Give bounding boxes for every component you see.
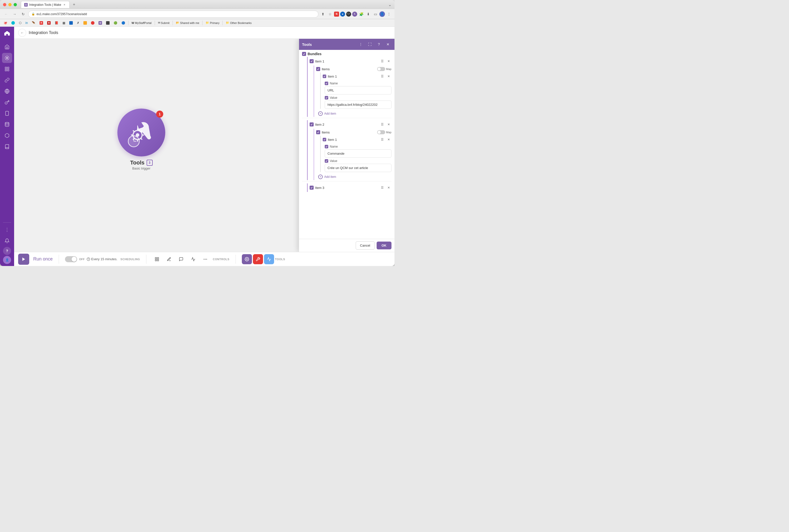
bookmark-x[interactable]: ✗ — [75, 20, 81, 25]
controls-icon-3[interactable] — [177, 255, 186, 264]
item3-checkbox[interactable] — [310, 186, 314, 190]
canvas-content[interactable]: 1 — [14, 39, 299, 240]
new-tab-button[interactable]: + — [71, 1, 78, 8]
panel-expand-button[interactable]: ⛶ — [366, 41, 373, 48]
bookmark-octopus[interactable]: 🐙 — [2, 20, 9, 25]
profile-icon[interactable]: 👤 — [379, 11, 385, 17]
item2-items-checkbox[interactable] — [316, 130, 320, 134]
item2-sub-checkbox[interactable] — [323, 138, 326, 141]
item1-checkbox[interactable] — [310, 59, 314, 63]
active-tab[interactable]: Integration Tools | Make ✕ — [21, 1, 70, 8]
sidebar-item-apps[interactable] — [2, 64, 12, 74]
run-button[interactable] — [18, 254, 29, 265]
extension-2[interactable]: ● — [340, 12, 345, 17]
extensions-button[interactable]: 🧩 — [358, 11, 364, 17]
item2-close-button[interactable]: ✕ — [386, 122, 391, 127]
extension-1[interactable]: N — [334, 12, 339, 17]
bookmark-green-dot[interactable]: 🟢 — [112, 20, 119, 25]
close-window-button[interactable] — [3, 3, 6, 6]
bookmark-shared[interactable]: 📂 Shared with me — [174, 20, 201, 25]
bookmark-yellow[interactable] — [82, 20, 89, 25]
bookmark-mystaffportal[interactable]: W MyStaffPortal — [130, 21, 153, 25]
sidebar-toggle[interactable]: ▭ — [372, 11, 378, 17]
sidebar-item-scenarios[interactable] — [2, 53, 12, 63]
bookmark-primary[interactable]: 📁 Primary — [204, 20, 221, 25]
scheduling-toggle[interactable] — [65, 256, 77, 262]
map-toggle-switch[interactable] — [377, 67, 385, 71]
sidebar-item-devices[interactable] — [2, 108, 12, 118]
minimize-window-button[interactable] — [8, 3, 12, 6]
ok-button[interactable]: OK — [377, 242, 392, 249]
bookmark-red-circle[interactable] — [90, 20, 96, 25]
bookmark-grid[interactable]: ▦ — [61, 20, 67, 25]
back-button[interactable]: ← — [2, 11, 9, 18]
sub-item1-menu[interactable]: ☰ — [379, 74, 385, 79]
bookmark-feather[interactable]: 🪶 — [30, 20, 37, 25]
tools-node[interactable]: 1 — [117, 109, 165, 170]
tool-btn-active[interactable] — [253, 254, 263, 264]
item3-menu-button[interactable]: ☰ — [379, 185, 385, 190]
make-logo[interactable] — [2, 29, 12, 39]
bookmark-book[interactable]: 📕 — [53, 20, 60, 25]
url-bar[interactable]: 🔒 eu1.make.com/372957/scenarios/add — [28, 11, 319, 18]
controls-icon-2[interactable] — [165, 255, 174, 264]
controls-icon-1[interactable] — [152, 255, 161, 264]
bookmark-make[interactable]: M — [97, 20, 103, 25]
add-item-button-1[interactable]: + Add item — [316, 110, 391, 117]
sidebar-item-home[interactable] — [2, 42, 12, 52]
name-checkbox[interactable] — [325, 82, 328, 85]
sidebar-item-profile[interactable]: 👤 — [3, 256, 11, 264]
sidebar-item-connections[interactable] — [2, 75, 12, 85]
bookmark-blue-dot[interactable]: 🔵 — [120, 20, 127, 25]
bookmark-other[interactable]: 📁 Other Bookmarks — [224, 20, 253, 25]
bookmark-r1[interactable]: R — [38, 20, 44, 25]
tool-btn-gear[interactable] — [242, 254, 252, 264]
bookmark-github[interactable]: ⬡ — [17, 20, 23, 25]
sidebar-item-help[interactable]: ? — [3, 247, 11, 255]
item1-close-button[interactable]: ✕ — [386, 58, 391, 64]
run-once-label[interactable]: Run once — [33, 256, 53, 262]
bundles-checkbox[interactable] — [302, 52, 306, 56]
sidebar-item-more[interactable]: ⋮ — [2, 225, 12, 235]
bookmark-r2[interactable]: R — [45, 20, 52, 25]
download-button[interactable]: ⬇ — [365, 11, 371, 17]
sidebar-item-datastores[interactable] — [2, 119, 12, 130]
panel-menu-button[interactable]: ⋮ — [357, 41, 364, 48]
item2-map-switch[interactable] — [377, 130, 385, 134]
maximize-window-button[interactable] — [14, 3, 17, 6]
sub-item1-close[interactable]: ✕ — [386, 74, 391, 79]
bookmark-circle[interactable] — [10, 20, 16, 25]
bookmark-dark[interactable] — [104, 20, 111, 25]
refresh-button[interactable]: ↻ — [20, 11, 27, 18]
bookmark-button[interactable]: ☆ — [327, 11, 333, 17]
sidebar-item-keys[interactable] — [2, 97, 12, 107]
bookmark-blue-sq[interactable] — [68, 20, 74, 25]
bookmark-linkedin[interactable]: in — [24, 20, 29, 25]
cancel-button[interactable]: Cancel — [356, 241, 374, 250]
value2-checkbox[interactable] — [325, 159, 328, 163]
tool-btn-blue[interactable] — [264, 254, 274, 264]
item2-sub-close[interactable]: ✕ — [386, 137, 391, 142]
sidebar-item-packages[interactable] — [2, 131, 12, 140]
back-button[interactable]: ← — [18, 29, 26, 37]
add-item-button-2[interactable]: + Add item — [316, 174, 391, 180]
extension-3[interactable]: 🛡 — [346, 12, 351, 17]
item3-close-button[interactable]: ✕ — [386, 185, 391, 190]
controls-icon-4[interactable] — [189, 255, 198, 264]
sub-item1-checkbox[interactable] — [323, 75, 326, 78]
share-button[interactable]: ⬆ — [320, 11, 326, 17]
panel-close-button[interactable]: ✕ — [384, 41, 391, 48]
item2-sub-menu[interactable]: ☰ — [379, 137, 385, 142]
item1-menu-button[interactable]: ☰ — [379, 58, 385, 64]
value-checkbox[interactable] — [325, 96, 328, 99]
sidebar-item-notifications[interactable] — [2, 236, 12, 246]
name2-checkbox[interactable] — [325, 145, 328, 148]
name2-input[interactable] — [325, 149, 391, 158]
sidebar-item-docs[interactable] — [2, 141, 12, 152]
value-input[interactable] — [325, 100, 391, 109]
item2-menu-button[interactable]: ☰ — [379, 122, 385, 127]
value2-input[interactable] — [325, 164, 391, 172]
sidebar-item-global[interactable] — [2, 86, 12, 96]
extension-4[interactable]: K — [352, 12, 357, 17]
bookmark-submit[interactable]: ✉ Submit — [156, 20, 171, 25]
